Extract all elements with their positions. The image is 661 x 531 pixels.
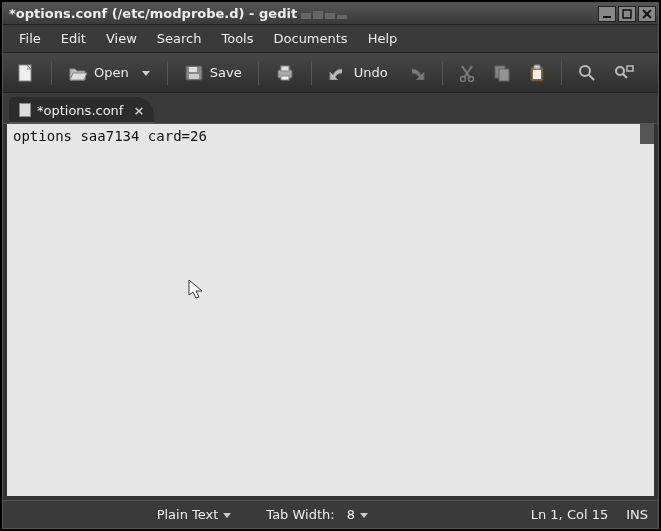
cut-icon [459, 64, 475, 82]
svg-point-18 [460, 76, 465, 81]
menu-search[interactable]: Search [149, 27, 210, 50]
statusbar: Plain Text Tab Width: 8 Ln 1, Col 15 INS [3, 500, 658, 528]
chevron-down-icon [359, 510, 369, 520]
save-icon [184, 64, 204, 82]
svg-rect-11 [189, 67, 197, 72]
svg-rect-3 [337, 15, 347, 19]
titlebar-decoration [301, 9, 421, 19]
undo-button[interactable]: Undo [322, 58, 394, 88]
new-file-icon [17, 63, 35, 83]
svg-rect-0 [301, 13, 311, 19]
editor-area: options saa7134 card=26 [3, 123, 658, 500]
tab-label: *options.conf [37, 103, 123, 118]
print-icon [275, 64, 295, 82]
svg-rect-23 [534, 65, 540, 69]
new-button[interactable] [11, 58, 41, 88]
replace-icon [614, 64, 634, 82]
chevron-down-icon [141, 68, 151, 78]
save-button[interactable]: Save [178, 58, 248, 88]
svg-point-19 [468, 76, 473, 81]
svg-marker-31 [223, 513, 231, 518]
menu-edit[interactable]: Edit [53, 27, 94, 50]
menubar: File Edit View Search Tools Documents He… [3, 25, 658, 53]
titlebar[interactable]: *options.conf (/etc/modprobe.d) - gedit [3, 3, 658, 25]
svg-rect-1 [313, 11, 323, 19]
tabwidth-label: Tab Width: [266, 507, 334, 522]
text-editor[interactable]: options saa7134 card=26 [7, 124, 654, 496]
svg-marker-32 [360, 513, 368, 518]
tabwidth-button[interactable]: Tab Width: 8 [258, 504, 377, 525]
app-window: *options.conf (/etc/modprobe.d) - gedit … [2, 2, 659, 529]
minimize-button[interactable] [598, 6, 616, 22]
undo-icon [328, 66, 348, 80]
paste-icon [529, 64, 545, 82]
scrollbar-vertical[interactable] [640, 124, 654, 144]
menu-file[interactable]: File [11, 27, 49, 50]
svg-rect-21 [499, 69, 509, 81]
svg-rect-2 [325, 13, 335, 19]
document-icon [19, 103, 31, 117]
redo-button[interactable] [400, 58, 432, 88]
open-dropdown[interactable] [135, 58, 157, 88]
search-icon [578, 64, 596, 82]
menu-documents[interactable]: Documents [266, 27, 356, 50]
svg-line-26 [589, 75, 594, 80]
save-label: Save [210, 65, 242, 80]
open-label: Open [94, 65, 129, 80]
cursor-position: Ln 1, Col 15 [531, 507, 608, 522]
copy-button[interactable] [487, 58, 517, 88]
print-button[interactable] [269, 58, 301, 88]
close-button[interactable] [638, 6, 656, 22]
cut-button[interactable] [453, 58, 481, 88]
svg-rect-12 [189, 74, 199, 79]
open-button[interactable]: Open [62, 58, 135, 88]
maximize-button[interactable] [618, 6, 636, 22]
open-folder-icon [68, 64, 88, 82]
svg-line-28 [623, 74, 627, 78]
svg-rect-15 [281, 76, 289, 80]
replace-button[interactable] [608, 58, 640, 88]
syntax-mode-button[interactable]: Plain Text [149, 504, 241, 525]
menu-tools[interactable]: Tools [213, 27, 261, 50]
paste-button[interactable] [523, 58, 551, 88]
svg-point-25 [580, 66, 590, 76]
tabbar: *options.conf × [3, 93, 658, 123]
tab-close-button[interactable]: × [133, 103, 144, 118]
tab-options-conf[interactable]: *options.conf × [9, 97, 154, 123]
svg-rect-14 [281, 66, 289, 71]
syntax-mode-label: Plain Text [157, 507, 219, 522]
tabwidth-value: 8 [347, 507, 355, 522]
chevron-down-icon [222, 510, 232, 520]
insert-mode: INS [626, 507, 648, 522]
menu-help[interactable]: Help [360, 27, 406, 50]
svg-point-27 [616, 67, 624, 75]
window-title: *options.conf (/etc/modprobe.d) - gedit [9, 6, 297, 21]
svg-rect-29 [627, 66, 633, 71]
undo-label: Undo [354, 65, 388, 80]
copy-icon [493, 64, 511, 82]
search-button[interactable] [572, 58, 602, 88]
svg-rect-24 [533, 70, 541, 79]
toolbar: Open Save [3, 53, 658, 93]
svg-rect-5 [623, 10, 631, 18]
svg-marker-9 [142, 71, 150, 76]
menu-view[interactable]: View [98, 27, 145, 50]
redo-icon [406, 66, 426, 80]
